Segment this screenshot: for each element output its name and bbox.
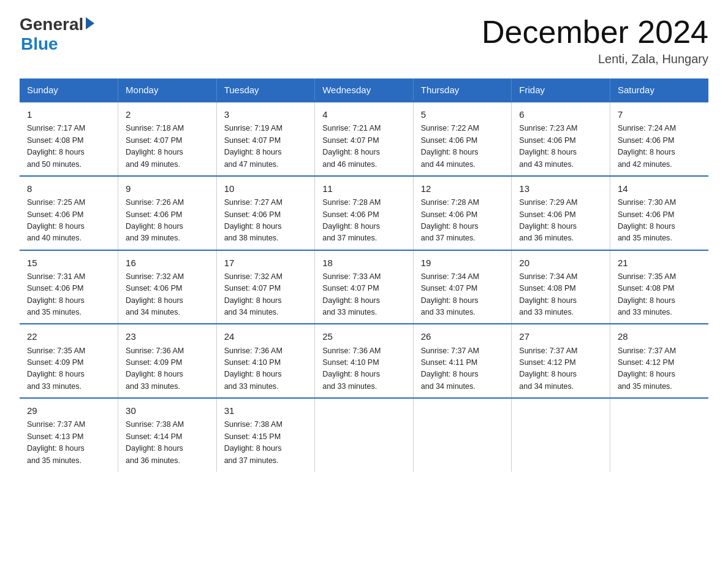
calendar-cell: [413, 398, 512, 472]
calendar-cell: 10Sunrise: 7:27 AM Sunset: 4:06 PM Dayli…: [216, 176, 315, 250]
logo-blue-text: Blue: [21, 34, 58, 54]
day-info: Sunrise: 7:22 AM Sunset: 4:06 PM Dayligh…: [421, 123, 504, 170]
header-tuesday: Tuesday: [216, 79, 315, 102]
header-friday: Friday: [512, 79, 610, 102]
day-number: 28: [618, 329, 701, 343]
day-number: 20: [519, 256, 602, 270]
day-info: Sunrise: 7:37 AM Sunset: 4:13 PM Dayligh…: [27, 419, 110, 467]
day-number: 17: [224, 256, 308, 270]
calendar-cell: 23Sunrise: 7:36 AM Sunset: 4:09 PM Dayli…: [118, 324, 217, 398]
calendar-cell: 28Sunrise: 7:37 AM Sunset: 4:12 PM Dayli…: [610, 324, 708, 398]
calendar-cell: 7Sunrise: 7:24 AM Sunset: 4:06 PM Daylig…: [610, 102, 708, 176]
day-info: Sunrise: 7:19 AM Sunset: 4:07 PM Dayligh…: [224, 123, 308, 170]
day-number: 19: [421, 256, 504, 270]
calendar-cell: 19Sunrise: 7:34 AM Sunset: 4:07 PM Dayli…: [413, 250, 512, 324]
day-info: Sunrise: 7:34 AM Sunset: 4:08 PM Dayligh…: [519, 271, 602, 319]
calendar-cell: 14Sunrise: 7:30 AM Sunset: 4:06 PM Dayli…: [610, 176, 708, 250]
calendar-cell: 21Sunrise: 7:35 AM Sunset: 4:08 PM Dayli…: [610, 250, 708, 324]
day-info: Sunrise: 7:37 AM Sunset: 4:12 PM Dayligh…: [519, 345, 602, 393]
day-number: 26: [421, 329, 504, 343]
day-info: Sunrise: 7:34 AM Sunset: 4:07 PM Dayligh…: [421, 271, 504, 319]
day-info: Sunrise: 7:38 AM Sunset: 4:15 PM Dayligh…: [224, 419, 308, 467]
day-number: 6: [519, 107, 602, 121]
header-saturday: Saturday: [610, 79, 708, 102]
calendar-cell: 18Sunrise: 7:33 AM Sunset: 4:07 PM Dayli…: [315, 250, 414, 324]
header-sunday: Sunday: [20, 79, 118, 102]
day-info: Sunrise: 7:35 AM Sunset: 4:09 PM Dayligh…: [27, 345, 110, 393]
calendar-week-row: 1Sunrise: 7:17 AM Sunset: 4:08 PM Daylig…: [20, 102, 708, 176]
day-number: 27: [519, 329, 602, 343]
calendar-cell: 26Sunrise: 7:37 AM Sunset: 4:11 PM Dayli…: [413, 324, 512, 398]
header-thursday: Thursday: [413, 79, 512, 102]
calendar-cell: 4Sunrise: 7:21 AM Sunset: 4:07 PM Daylig…: [315, 102, 414, 176]
calendar-cell: 24Sunrise: 7:36 AM Sunset: 4:10 PM Dayli…: [216, 324, 315, 398]
calendar-cell: 16Sunrise: 7:32 AM Sunset: 4:06 PM Dayli…: [118, 250, 217, 324]
day-info: Sunrise: 7:18 AM Sunset: 4:07 PM Dayligh…: [126, 123, 209, 170]
calendar-cell: 9Sunrise: 7:26 AM Sunset: 4:06 PM Daylig…: [118, 176, 217, 250]
day-info: Sunrise: 7:33 AM Sunset: 4:07 PM Dayligh…: [322, 271, 406, 319]
day-number: 2: [126, 107, 209, 121]
day-info: Sunrise: 7:28 AM Sunset: 4:06 PM Dayligh…: [322, 197, 406, 245]
day-number: 8: [27, 182, 110, 196]
day-info: Sunrise: 7:37 AM Sunset: 4:12 PM Dayligh…: [618, 345, 701, 393]
day-info: Sunrise: 7:32 AM Sunset: 4:07 PM Dayligh…: [224, 271, 308, 319]
day-number: 23: [126, 329, 209, 343]
calendar-cell: 5Sunrise: 7:22 AM Sunset: 4:06 PM Daylig…: [413, 102, 512, 176]
calendar-cell: 15Sunrise: 7:31 AM Sunset: 4:06 PM Dayli…: [20, 250, 118, 324]
day-number: 16: [126, 256, 209, 270]
calendar-week-row: 29Sunrise: 7:37 AM Sunset: 4:13 PM Dayli…: [20, 398, 708, 472]
page-header: General Blue December 2024 Lenti, Zala, …: [20, 15, 708, 66]
calendar-cell: 20Sunrise: 7:34 AM Sunset: 4:08 PM Dayli…: [512, 250, 610, 324]
day-number: 15: [27, 256, 110, 270]
calendar-cell: 27Sunrise: 7:37 AM Sunset: 4:12 PM Dayli…: [512, 324, 610, 398]
day-number: 22: [27, 329, 110, 343]
day-number: 5: [421, 107, 504, 121]
page-title: December 2024: [482, 15, 708, 50]
day-info: Sunrise: 7:35 AM Sunset: 4:08 PM Dayligh…: [618, 271, 701, 319]
day-number: 9: [126, 182, 209, 196]
logo: General Blue: [20, 15, 94, 54]
calendar-week-row: 22Sunrise: 7:35 AM Sunset: 4:09 PM Dayli…: [20, 324, 708, 398]
day-info: Sunrise: 7:21 AM Sunset: 4:07 PM Dayligh…: [322, 123, 406, 170]
day-number: 4: [322, 107, 406, 121]
day-info: Sunrise: 7:36 AM Sunset: 4:09 PM Dayligh…: [126, 345, 209, 393]
day-number: 7: [618, 107, 701, 121]
day-number: 18: [322, 256, 406, 270]
day-info: Sunrise: 7:37 AM Sunset: 4:11 PM Dayligh…: [421, 345, 504, 393]
calendar-cell: 6Sunrise: 7:23 AM Sunset: 4:06 PM Daylig…: [512, 102, 610, 176]
header-wednesday: Wednesday: [315, 79, 414, 102]
day-number: 24: [224, 329, 308, 343]
day-number: 25: [322, 329, 406, 343]
day-info: Sunrise: 7:17 AM Sunset: 4:08 PM Dayligh…: [27, 123, 110, 170]
day-number: 1: [27, 107, 110, 121]
calendar-cell: 1Sunrise: 7:17 AM Sunset: 4:08 PM Daylig…: [20, 102, 118, 176]
calendar-cell: 17Sunrise: 7:32 AM Sunset: 4:07 PM Dayli…: [216, 250, 315, 324]
calendar-cell: 8Sunrise: 7:25 AM Sunset: 4:06 PM Daylig…: [20, 176, 118, 250]
location-subtitle: Lenti, Zala, Hungary: [482, 52, 708, 66]
day-number: 10: [224, 182, 308, 196]
day-number: 29: [27, 404, 110, 418]
calendar-cell: 3Sunrise: 7:19 AM Sunset: 4:07 PM Daylig…: [216, 102, 315, 176]
day-number: 14: [618, 182, 701, 196]
day-info: Sunrise: 7:31 AM Sunset: 4:06 PM Dayligh…: [27, 271, 110, 319]
title-area: December 2024 Lenti, Zala, Hungary: [482, 15, 708, 66]
day-number: 12: [421, 182, 504, 196]
day-info: Sunrise: 7:23 AM Sunset: 4:06 PM Dayligh…: [519, 123, 602, 170]
calendar-header-row: SundayMondayTuesdayWednesdayThursdayFrid…: [20, 79, 708, 102]
calendar-cell: [610, 398, 708, 472]
calendar-week-row: 8Sunrise: 7:25 AM Sunset: 4:06 PM Daylig…: [20, 176, 708, 250]
calendar-cell: 29Sunrise: 7:37 AM Sunset: 4:13 PM Dayli…: [20, 398, 118, 472]
calendar-cell: 13Sunrise: 7:29 AM Sunset: 4:06 PM Dayli…: [512, 176, 610, 250]
logo-general-text: General: [20, 15, 83, 34]
day-info: Sunrise: 7:38 AM Sunset: 4:14 PM Dayligh…: [126, 419, 209, 467]
calendar-table: SundayMondayTuesdayWednesdayThursdayFrid…: [20, 79, 708, 472]
day-info: Sunrise: 7:32 AM Sunset: 4:06 PM Dayligh…: [126, 271, 209, 319]
day-info: Sunrise: 7:28 AM Sunset: 4:06 PM Dayligh…: [421, 197, 504, 245]
day-info: Sunrise: 7:36 AM Sunset: 4:10 PM Dayligh…: [224, 345, 308, 393]
header-monday: Monday: [118, 79, 217, 102]
calendar-cell: 2Sunrise: 7:18 AM Sunset: 4:07 PM Daylig…: [118, 102, 217, 176]
calendar-cell: 25Sunrise: 7:36 AM Sunset: 4:10 PM Dayli…: [315, 324, 414, 398]
calendar-cell: [315, 398, 414, 472]
day-info: Sunrise: 7:25 AM Sunset: 4:06 PM Dayligh…: [27, 197, 110, 245]
logo-arrow-icon: [86, 17, 94, 29]
